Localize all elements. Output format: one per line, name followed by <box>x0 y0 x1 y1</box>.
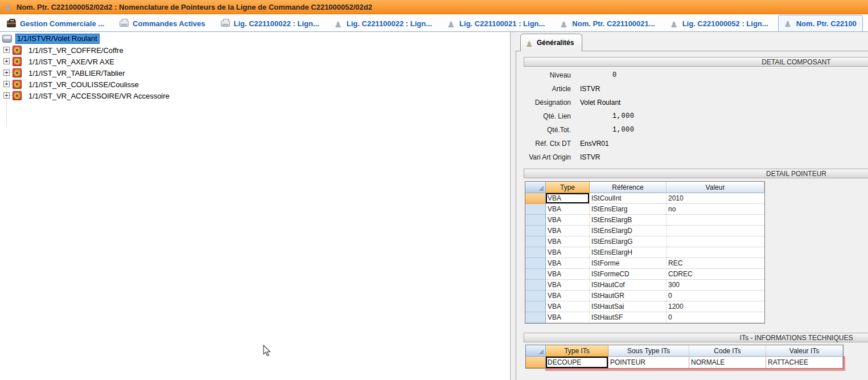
row-selector[interactable] <box>525 236 546 247</box>
table-cell[interactable]: IStEnsElargH <box>590 247 667 258</box>
table-cell[interactable] <box>667 236 764 247</box>
table-cell[interactable]: POINTEUR <box>608 357 689 368</box>
tab-gestion-commerciale[interactable]: Gestion Commerciale ... <box>1 16 110 31</box>
tree-item-root[interactable]: 1/1/ISTVR/Volet Roulant <box>0 33 510 44</box>
row-selector[interactable] <box>525 258 546 269</box>
column-header-type-its[interactable]: Type ITs <box>546 345 608 357</box>
tree-item-1-1-ist-vr-axe-vr-axe[interactable]: +1/1/IST_VR_AXE/VR AXE <box>0 56 510 67</box>
table-cell[interactable]: VBA <box>546 236 590 247</box>
tab-lig-c221100022-lign[interactable]: Lig. C221100022 : Lign... <box>215 16 325 31</box>
table-cell[interactable]: VBA <box>546 280 590 291</box>
row-selector[interactable] <box>526 357 546 368</box>
field-d-signation: DésignationVolet Roulant <box>516 96 812 109</box>
table-cell[interactable]: IStHautCof <box>590 280 667 291</box>
expand-plus-icon[interactable]: + <box>3 70 10 76</box>
field-label: Qté.Tot. <box>516 126 571 134</box>
tree-item-1-1-ist-vr-tablier-tablier[interactable]: +1/1/IST_VR_TABLIER/Tablier <box>0 67 510 79</box>
table-cell[interactable]: IStCoulInt <box>590 193 667 204</box>
column-header-valeur-its[interactable]: Valeur ITs <box>766 345 843 357</box>
table-cell[interactable]: IStHautSai <box>590 301 667 312</box>
table-cell[interactable]: VBA <box>546 301 590 312</box>
tab-lig-c221100022-lign[interactable]: Lig. C221100022 : Lign... <box>329 16 438 31</box>
table-cell[interactable]: NORMALE <box>689 357 766 368</box>
tree-item-1-1-ist-vr-coffre-coffre[interactable]: +1/1/IST_VR_COFFRE/Coffre <box>0 44 510 56</box>
table-cell[interactable] <box>667 247 764 258</box>
table-cell[interactable]: RATTACHEE <box>766 357 843 368</box>
row-selector[interactable] <box>525 312 546 323</box>
row-selector[interactable] <box>525 269 546 280</box>
tree-connector-stub <box>10 72 13 73</box>
table-cell[interactable]: IStHautSF <box>590 312 667 323</box>
table-cell[interactable]: VBA <box>546 226 590 236</box>
gear-icon <box>13 80 22 89</box>
table-cell[interactable]: VBA <box>546 193 590 204</box>
table-cell[interactable]: 0 <box>667 312 764 323</box>
row-selector[interactable] <box>525 247 546 258</box>
table-cell[interactable]: VBA <box>546 258 590 269</box>
table-cell[interactable] <box>667 215 764 226</box>
table-row: DECOUPEPOINTEURNORMALERATTACHEE <box>526 357 843 368</box>
table-cell[interactable]: 2010 <box>667 193 764 204</box>
tab-lig-c221100021-lign[interactable]: Lig. C221100021 : Lign... <box>442 16 550 31</box>
table-cell[interactable]: VBA <box>546 312 590 323</box>
table-cell[interactable]: IStEnsElargG <box>590 236 667 247</box>
select-all-corner[interactable] <box>526 345 546 357</box>
row-selector[interactable] <box>525 226 546 236</box>
table-cell[interactable]: REC <box>667 258 764 269</box>
column-header-sous-type-its[interactable]: Sous Type ITs <box>608 345 689 357</box>
tree-item-label: 1/1/IST_VR_COFFRE/Coffre <box>28 46 124 55</box>
tab-commandes-actives[interactable]: Commandes Actives <box>114 16 211 31</box>
row-selector[interactable] <box>525 215 546 226</box>
tab-nom-ptr-c22100[interactable]: Nom. Ptr. C22100 <box>778 15 863 31</box>
column-header-type[interactable]: Type <box>546 182 590 193</box>
table-cell[interactable]: VBA <box>546 215 590 226</box>
pawn-icon <box>670 19 678 28</box>
pawn-icon <box>784 19 792 28</box>
table-cell[interactable]: VBA <box>546 204 590 215</box>
row-selector[interactable] <box>525 280 546 291</box>
section-title: DETAIL COMPOSANT <box>762 58 830 66</box>
row-selector[interactable] <box>525 301 546 312</box>
window-title-bar: Nom. Ptr. C221000052/02d2 : Nomenclature… <box>0 0 868 14</box>
row-selector[interactable] <box>525 291 546 301</box>
table-cell[interactable]: VBA <box>546 247 590 258</box>
table-cell[interactable]: no <box>667 204 764 215</box>
table-cell[interactable]: IStFormeCD <box>590 269 667 280</box>
select-all-corner[interactable] <box>525 182 546 193</box>
table-cell[interactable]: IStEnsElargD <box>590 226 667 236</box>
table-cell[interactable]: 300 <box>667 280 764 291</box>
table-cell[interactable] <box>667 226 764 236</box>
pawn-icon <box>335 19 343 28</box>
table-cell[interactable]: VBA <box>546 269 590 280</box>
expand-plus-icon[interactable]: + <box>3 58 10 64</box>
tree-item-label: 1/1/IST_VR_COULISSE/Coulisse <box>28 80 139 89</box>
table-cell[interactable]: IStEnsElargB <box>590 215 667 226</box>
column-header-r-f-rence[interactable]: Référence <box>590 182 667 193</box>
tree-connector-stub <box>10 95 13 96</box>
table-cell[interactable]: IStForme <box>590 258 667 269</box>
tree-item-1-1-ist-vr-accessoire-vr-accessoire[interactable]: +1/1/IST_VR_ACCESSOIRE/VR Accessoire <box>0 90 510 101</box>
its-table: Type ITsSous Type ITsCode ITsValeur ITsD… <box>525 345 844 369</box>
section-header-detail-composant: DETAIL COMPOSANT <box>524 57 868 67</box>
expand-plus-icon[interactable]: + <box>3 47 10 53</box>
table-cell[interactable]: 0 <box>667 291 764 301</box>
table-cell[interactable]: IStEnsElarg <box>590 204 667 215</box>
table-cell[interactable]: VBA <box>546 291 590 301</box>
tab-lig-c221000052-lign[interactable]: Lig. C221000052 : Lign... <box>665 16 774 31</box>
tab-nom-ptr-c221100021[interactable]: Nom. Ptr. C221100021... <box>554 16 660 31</box>
column-header-code-its[interactable]: Code ITs <box>689 345 766 357</box>
table-cell[interactable]: 1200 <box>667 301 764 312</box>
table-cell[interactable]: IStHautGR <box>590 291 667 301</box>
row-selector[interactable] <box>525 193 546 204</box>
field-vari-art-origin: Vari Art OriginISTVR <box>516 150 812 164</box>
gear-icon <box>13 57 22 66</box>
section-header-detail-pointeur: DETAIL POINTEUR <box>524 169 868 178</box>
table-cell[interactable]: CDREC <box>667 269 764 280</box>
tree-item-1-1-ist-vr-coulisse-coulisse[interactable]: +1/1/IST_VR_COULISSE/Coulisse <box>0 79 510 90</box>
window-title: Nom. Ptr. C221000052/02d2 : Nomenclature… <box>17 3 372 11</box>
tree-root-label[interactable]: 1/1/ISTVR/Volet Roulant <box>15 34 100 44</box>
row-selector[interactable] <box>525 204 546 215</box>
column-header-valeur[interactable]: Valeur <box>667 182 764 193</box>
tab-generalites[interactable]: Généralités <box>520 34 582 51</box>
table-cell[interactable]: DECOUPE <box>546 357 608 368</box>
